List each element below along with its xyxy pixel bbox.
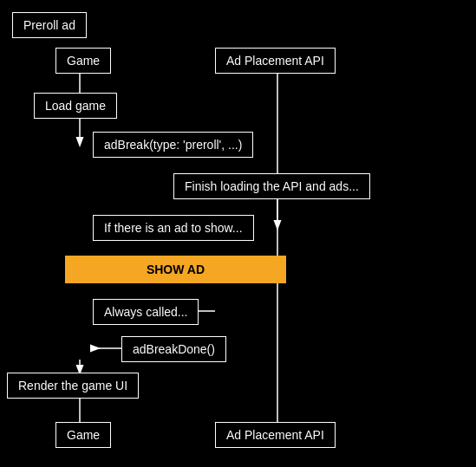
load-game-box: Load game bbox=[34, 93, 117, 119]
ad-placement-api-box-bottom: Ad Placement API bbox=[215, 422, 336, 448]
ad-break-call-box: adBreak(type: 'preroll', ...) bbox=[93, 132, 253, 158]
ad-placement-api-box-top: Ad Placement API bbox=[215, 48, 336, 74]
show-ad-box: SHOW AD bbox=[65, 256, 286, 283]
ad-break-done-box: adBreakDone() bbox=[121, 336, 226, 362]
always-called-box: Always called... bbox=[93, 299, 199, 325]
if-ad-box: If there is an ad to show... bbox=[93, 215, 254, 241]
finish-loading-box: Finish loading the API and ads... bbox=[173, 173, 370, 199]
game-box-bottom: Game bbox=[55, 422, 111, 448]
render-game-ui-box: Render the game UI bbox=[7, 373, 139, 399]
preroll-ad-label: Preroll ad bbox=[12, 12, 87, 38]
game-box-top: Game bbox=[55, 48, 111, 74]
